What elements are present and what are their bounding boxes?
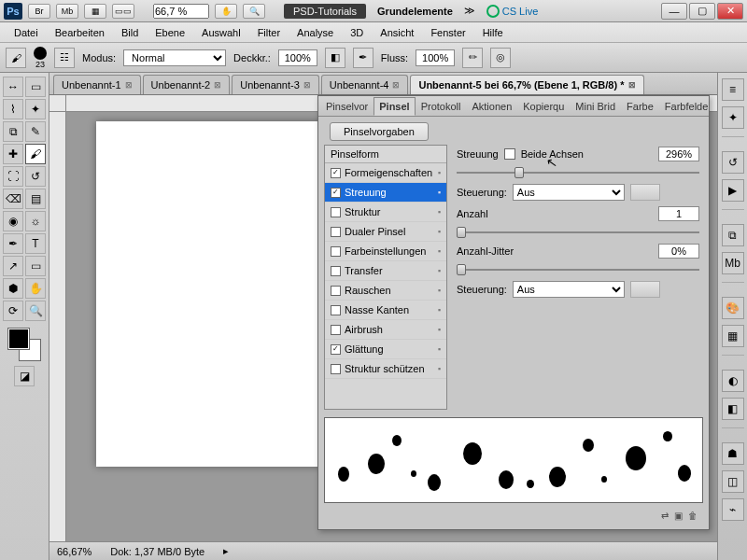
brush-setting-item[interactable]: Rauschen▪ [325,281,446,301]
foreground-color[interactable] [8,329,29,349]
brush-setting-item[interactable]: Nasse Kanten▪ [325,301,446,320]
hand-button[interactable]: ✋ [215,4,237,19]
quickmask-tool[interactable]: ◪ [14,366,35,386]
dock-color-icon[interactable]: 🎨 [722,297,744,319]
toggle-preview-icon[interactable]: ⇄ [661,511,669,521]
gradient-tool[interactable]: ▤ [25,189,46,209]
brush-setting-item[interactable]: Transfer▪ [325,261,446,281]
checkbox-icon[interactable] [331,227,341,237]
trash-icon[interactable]: 🗑 [688,511,698,521]
doc-tab-2[interactable]: Unbenannt-2⊠ [143,75,231,94]
wand-tool[interactable]: ✦ [25,99,46,119]
move-tool[interactable]: ↔ [3,77,23,97]
brush-setting-item[interactable]: Dualer Pinsel▪ [325,222,446,242]
dock-adjust-icon[interactable]: ◐ [722,370,744,392]
minimize-button[interactable]: ― [661,3,687,20]
dodge-tool[interactable]: ☼ [25,211,46,231]
canvas[interactable] [96,121,339,467]
shape-tool[interactable]: ▭ [25,256,46,276]
zoom-button[interactable]: 🔍 [243,4,265,19]
path-tool[interactable]: ↗ [3,256,23,276]
flow-pressure-icon[interactable]: ✏ [462,48,483,68]
bridge-button[interactable]: Br [28,4,50,19]
steuerung2-btn[interactable] [630,281,660,298]
jitter-slider[interactable] [457,264,699,275]
lasso-tool[interactable]: ⌇ [3,99,23,119]
doc-tab-3[interactable]: Unbenannt-3⊠ [232,75,319,94]
brush-setting-item[interactable]: ✓Formeigenschaften▪ [325,163,446,183]
brush-setting-item[interactable]: Struktur▪ [325,203,446,222]
steuerung1-btn[interactable] [630,184,660,201]
ruler-vertical[interactable] [49,112,66,541]
dock-swatches-icon[interactable]: ▦ [722,325,744,347]
brush-setting-item[interactable]: Farbeinstellungen▪ [325,242,446,261]
marquee-tool[interactable]: ▭ [25,77,46,97]
checkbox-icon[interactable] [331,246,341,257]
tab-minibrid[interactable]: Mini Brid [570,97,621,116]
tab-farbfelde[interactable]: Farbfelde [659,97,709,116]
menu-datei[interactable]: Datei [6,27,47,38]
rotate-tool[interactable]: ⟳ [3,301,23,321]
doc-tab-5[interactable]: Unbenannt-5 bei 66,7% (Ebene 1, RGB/8) *… [410,75,643,94]
eraser-tool[interactable]: ⌫ [3,189,23,209]
menu-ansicht[interactable]: Ansicht [372,27,422,38]
color-swatches[interactable] [8,329,40,360]
workspace-label[interactable]: PSD-Tutorials [284,4,366,19]
opacity-pressure-icon[interactable]: ◧ [325,48,345,68]
menu-bild[interactable]: Bild [113,27,147,38]
checkbox-icon[interactable] [331,207,341,217]
mode-select[interactable]: Normal [123,49,226,66]
dock-channels-icon[interactable]: ◫ [722,470,744,493]
brush-setting-item[interactable]: ✓Glättung▪ [325,340,446,359]
brush-setting-item[interactable]: Struktur schützen▪ [325,359,446,379]
anzahl-value[interactable]: 1 [658,206,699,221]
tab-kopierqu[interactable]: Kopierqu [517,97,570,116]
steuerung1-select[interactable]: Aus [513,184,625,201]
dock-masks-icon[interactable]: ◧ [722,398,744,420]
menu-auswahl[interactable]: Auswahl [193,27,249,38]
streuung-value[interactable]: 296% [658,147,699,161]
dock-minibridge-icon[interactable]: Mb [722,252,744,274]
menu-fenster[interactable]: Fenster [422,27,473,38]
list-header[interactable]: Pinselform [325,146,446,163]
checkbox-icon[interactable] [331,266,341,276]
3d-tool[interactable]: ⬢ [3,278,23,299]
checkbox-icon[interactable] [331,364,341,374]
checkbox-icon[interactable]: ✓ [331,344,341,355]
checkbox-icon[interactable]: ✓ [331,188,341,198]
close-icon[interactable]: ⊠ [214,80,221,90]
dock-brushpresets-icon[interactable]: ✦ [722,106,744,129]
anzahl-slider[interactable] [457,227,699,238]
preset-button[interactable]: Pinselvorgaben [330,122,429,141]
checkbox-icon[interactable] [331,286,341,296]
status-zoom[interactable]: 66,67% [57,546,92,557]
zoom-input[interactable] [153,4,209,19]
zoom-tool[interactable]: 🔍 [25,301,46,321]
eyedropper-tool[interactable]: ✎ [25,121,46,142]
history-brush-tool[interactable]: ↺ [25,166,46,187]
flow-input[interactable] [416,49,455,66]
close-icon[interactable]: ⊠ [392,80,400,90]
menu-analyse[interactable]: Analyse [289,27,342,38]
menu-filter[interactable]: Filter [249,27,289,38]
close-icon[interactable]: ⊠ [125,80,133,90]
tool-preset-icon[interactable]: 🖌 [6,48,26,68]
doc-tab-1[interactable]: Unbenannt-1⊠ [53,75,141,94]
tab-pinselvor[interactable]: Pinselvor [320,97,374,116]
doc-tab-4[interactable]: Unbenannt-4⊠ [321,75,409,94]
checkbox-icon[interactable]: ✓ [331,168,341,178]
dock-actions-icon[interactable]: ▶ [722,179,744,202]
pen-tool[interactable]: ✒ [3,233,23,254]
arrange-button[interactable]: ▭▭ [112,4,134,19]
close-icon[interactable]: ⊠ [303,80,311,90]
brush-setting-item[interactable]: ✓Streuung▪ [325,183,446,203]
brush-panel-toggle-icon[interactable]: ☷ [54,48,75,68]
airbrush-icon[interactable]: ✒ [353,48,374,68]
tab-aktionen[interactable]: Aktionen [466,97,517,116]
close-button[interactable]: ✕ [717,3,743,20]
view-extras-button[interactable]: ▦ [84,4,106,19]
cslive-button[interactable]: CS Live [486,5,539,18]
opacity-input[interactable] [278,49,317,66]
menu-3d[interactable]: 3D [342,27,372,38]
brush-tool[interactable]: 🖌 [25,144,46,164]
